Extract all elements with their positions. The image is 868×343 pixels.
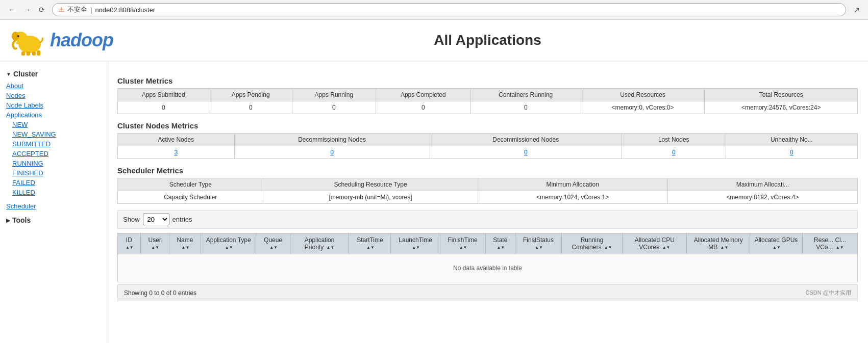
sidebar-item-scheduler[interactable]: Scheduler (6, 201, 101, 211)
decommissioned-nodes-link[interactable]: 0 (524, 149, 528, 156)
sort-user-icon[interactable]: ▲▼ (151, 246, 159, 250)
val-active-nodes[interactable]: 3 (118, 146, 235, 159)
col-decommissioning-nodes: Decommissioning Nodes (234, 134, 430, 146)
col-scheduler-type: Scheduler Type (118, 178, 263, 191)
sort-name-icon[interactable]: ▲▼ (182, 246, 190, 250)
svg-rect-4 (21, 51, 25, 56)
share-button[interactable]: ↗ (850, 4, 863, 16)
sort-finish-time-icon[interactable]: ▲▼ (459, 246, 467, 250)
sidebar-item-finished[interactable]: FINISHED (12, 168, 101, 178)
col-apps-completed: Apps Completed (376, 89, 470, 101)
back-button[interactable]: ← (5, 5, 18, 15)
cluster-arrow-icon: ▼ (6, 71, 11, 77)
security-warning-icon: ⚠ (59, 6, 64, 13)
show-label: Show (123, 216, 140, 223)
sort-queue-icon[interactable]: ▲▼ (269, 246, 278, 250)
sidebar-tools-label: Tools (12, 216, 31, 224)
sort-priority-icon[interactable]: ▲▼ (327, 246, 335, 250)
sidebar-item-submitted[interactable]: SUBMITTED (12, 139, 101, 149)
sidebar-item-about[interactable]: About (6, 81, 101, 91)
sidebar-item-applications[interactable]: Applications (6, 110, 101, 120)
col-containers-running: Containers Running (470, 89, 581, 101)
col-reserved: Rese... Cl... VCo... ▲▼ (802, 233, 857, 254)
sort-state-icon[interactable]: ▲▼ (497, 246, 505, 250)
nav-buttons: ← → ⟳ (5, 5, 48, 15)
col-finish-time: FinishTime ▲▼ (440, 233, 485, 254)
sidebar-item-running[interactable]: RUNNING (12, 159, 101, 168)
scheduler-metrics-table: Scheduler Type Scheduling Resource Type … (117, 178, 858, 204)
url-input[interactable] (95, 6, 839, 14)
col-launch-time: LaunchTime ▲▼ (391, 233, 440, 254)
sidebar-item-nodes[interactable]: Nodes (6, 91, 101, 100)
cluster-nodes-table: Active Nodes Decommissioning Nodes Decom… (117, 133, 858, 159)
lost-nodes-link[interactable]: 0 (672, 149, 676, 156)
url-separator: | (90, 6, 92, 14)
val-lost-nodes[interactable]: 0 (622, 146, 726, 159)
col-allocated-memory: Allocated Memory MB ▲▼ (687, 233, 750, 254)
sort-launch-time-icon[interactable]: ▲▼ (412, 246, 420, 250)
col-user: User ▲▼ (140, 233, 169, 254)
sidebar-item-node-labels[interactable]: Node Labels (6, 100, 101, 110)
col-application-priority: Application Priority ▲▼ (290, 233, 349, 254)
hadoop-elephant-icon (10, 25, 46, 56)
forward-button[interactable]: → (20, 5, 34, 15)
refresh-button[interactable]: ⟳ (36, 5, 48, 15)
sort-cpu-icon[interactable]: ▲▼ (662, 246, 671, 250)
sort-memory-icon[interactable]: ▲▼ (721, 246, 729, 250)
full-header: hadoop All Applications (0, 20, 868, 62)
sort-start-time-icon[interactable]: ▲▼ (366, 246, 375, 250)
page-title-area: All Applications (117, 32, 858, 48)
sidebar-cluster-toggle[interactable]: ▼ Cluster (0, 67, 107, 81)
sidebar-tools-toggle[interactable]: ▶ Tools (0, 211, 107, 227)
svg-rect-7 (37, 50, 40, 56)
val-scheduling-resource-type: [memory-mb (unit=Mi), vcores] (263, 191, 478, 204)
col-apps-pending: Apps Pending (209, 89, 292, 101)
active-nodes-link[interactable]: 3 (174, 149, 178, 156)
col-lost-nodes: Lost Nodes (622, 134, 726, 146)
svg-rect-5 (27, 51, 30, 56)
sort-app-type-icon[interactable]: ▲▼ (225, 246, 233, 250)
no-data-message: No data available in table (118, 254, 858, 282)
sidebar-scheduler-nav: Scheduler (0, 201, 107, 211)
sort-final-status-icon[interactable]: ▲▼ (535, 246, 543, 250)
val-apps-submitted: 0 (118, 101, 209, 114)
col-used-resources: Used Resources (581, 89, 705, 101)
val-decommissioning-nodes[interactable]: 0 (234, 146, 430, 159)
sidebar-item-accepted[interactable]: ACCEPTED (12, 149, 101, 159)
col-name: Name ▲▼ (169, 233, 201, 254)
col-total-resources: Total Resources (705, 89, 858, 101)
scheduler-metrics-title: Scheduler Metrics (117, 166, 858, 175)
sidebar-item-killed[interactable]: KILLED (12, 188, 101, 197)
col-decommissioned-nodes: Decommissioned Nodes (430, 134, 622, 146)
val-used-resources: <memory:0, vCores:0> (581, 101, 705, 114)
sidebar-item-new[interactable]: NEW (12, 120, 101, 129)
sort-running-containers-icon[interactable]: ▲▼ (604, 246, 612, 250)
col-final-status: FinalStatus ▲▼ (515, 233, 562, 254)
no-data-row: No data available in table (118, 254, 858, 282)
col-running-containers: Running Containers ▲▼ (561, 233, 623, 254)
sidebar-item-new-saving[interactable]: NEW_SAVING (12, 129, 101, 139)
sort-reserved-icon[interactable]: ▲▼ (836, 246, 844, 250)
col-allocated-gpus: Allocated GPUs ▲▼ (750, 233, 803, 254)
val-unhealthy-nodes[interactable]: 0 (726, 146, 857, 159)
app-container: ▼ Cluster About Nodes Node Labels Applic… (0, 62, 868, 343)
sort-id-icon[interactable]: ▲▼ (126, 246, 134, 250)
csdn-watermark: CSDN @中才实用 (806, 289, 851, 297)
col-apps-running: Apps Running (292, 89, 376, 101)
col-state: State ▲▼ (485, 233, 515, 254)
sort-gpus-icon[interactable]: ▲▼ (773, 246, 781, 250)
val-decommissioned-nodes[interactable]: 0 (430, 146, 622, 159)
sidebar: ▼ Cluster About Nodes Node Labels Applic… (0, 62, 107, 343)
col-id: ID ▲▼ (118, 233, 141, 254)
col-application-type: Application Type ▲▼ (201, 233, 256, 254)
col-min-allocation: Minimum Allocation (478, 178, 667, 191)
main-content: Cluster Metrics Apps Submitted Apps Pend… (107, 62, 868, 343)
decommissioning-nodes-link[interactable]: 0 (330, 149, 334, 156)
entries-select[interactable]: 10 20 25 50 100 (143, 214, 169, 225)
val-apps-pending: 0 (209, 101, 292, 114)
sidebar-item-failed[interactable]: FAILED (12, 178, 101, 188)
unhealthy-nodes-link[interactable]: 0 (790, 149, 793, 156)
sidebar-sub-nav: NEW NEW_SAVING SUBMITTED ACCEPTED RUNNIN… (0, 120, 107, 197)
applications-table: ID ▲▼ User ▲▼ Name ▲▼ Application Type ▲… (117, 233, 858, 282)
val-apps-running: 0 (292, 101, 376, 114)
